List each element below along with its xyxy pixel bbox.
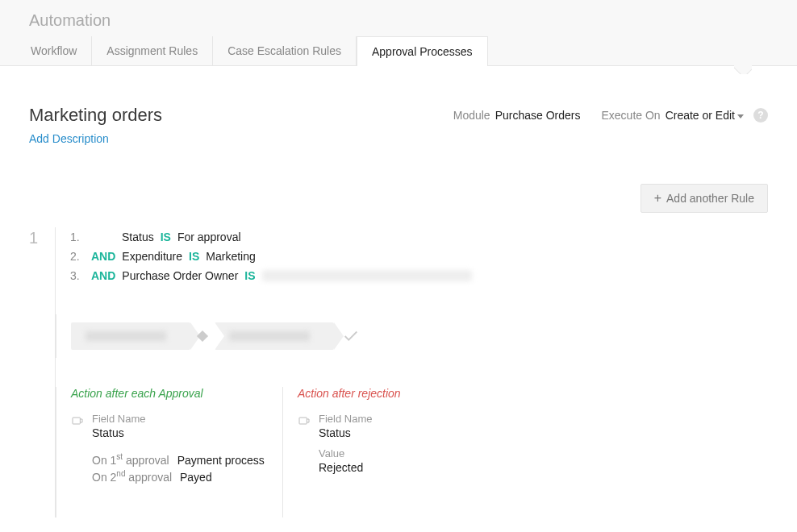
rejection-title: Action after rejection (298, 387, 494, 400)
module-value: Purchase Orders (495, 109, 581, 122)
execute-value[interactable]: Create or Edit (666, 109, 744, 122)
tab-case-escalation[interactable]: Case Escalation Rules (213, 36, 357, 65)
check-icon (342, 327, 360, 345)
tab-assignment-rules[interactable]: Assignment Rules (92, 36, 213, 65)
add-description-link[interactable]: Add Description (29, 132, 162, 145)
tab-workflow[interactable]: Workflow (16, 36, 92, 65)
approval-action-column: Action after each Approval Field Name St… (56, 387, 282, 517)
header: Automation Workflow Assignment Rules Cas… (0, 0, 797, 66)
svg-rect-1 (299, 418, 307, 424)
flow-step[interactable] (71, 322, 190, 350)
condition-row: 2. AND Expenditure IS Marketing (70, 247, 768, 266)
add-rule-label: Add another Rule (666, 192, 754, 205)
content: Marketing orders Add Description Module … (0, 66, 797, 517)
approval-step: On 2nd approval Payed (92, 468, 268, 486)
condition-row: 1. Status IS For approval (70, 227, 768, 247)
approval-flow (56, 314, 768, 358)
tab-bar: Workflow Assignment Rules Case Escalatio… (0, 36, 797, 65)
condition-row: 3. AND Purchase Order Owner IS (70, 266, 768, 285)
chevron-down-icon (737, 114, 744, 118)
meta-bar: Module Purchase Orders Execute On Create… (453, 108, 768, 123)
page-title: Automation (0, 0, 797, 36)
rule-title: Marketing orders (29, 105, 162, 126)
header-pointer-notch (734, 65, 752, 74)
execute-label: Execute On (601, 109, 660, 122)
rejection-action-column: Action after rejection Field Name Status… (282, 387, 508, 517)
field-icon (71, 414, 84, 427)
rule-index: 1 (29, 227, 55, 517)
actions-row: Action after each Approval Field Name St… (56, 387, 768, 517)
redacted-value (262, 270, 472, 281)
field-icon (298, 414, 311, 427)
module-label: Module (453, 109, 490, 122)
flow-step[interactable] (215, 322, 334, 350)
approval-step: On 1st approval Payment process (92, 451, 268, 468)
conditions-list: 1. Status IS For approval 2. AND Expendi… (70, 227, 768, 285)
approval-title: Action after each Approval (71, 387, 268, 400)
svg-rect-0 (73, 418, 80, 424)
help-icon[interactable]: ? (753, 108, 768, 123)
plus-icon: + (654, 192, 661, 205)
tab-approval-processes[interactable]: Approval Processes (357, 36, 488, 66)
add-another-rule-button[interactable]: + Add another Rule (641, 184, 768, 213)
